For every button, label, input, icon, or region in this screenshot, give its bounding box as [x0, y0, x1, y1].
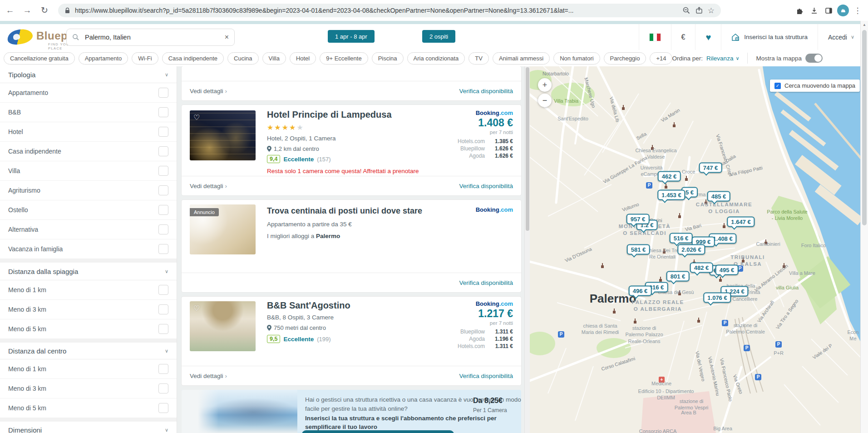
map-price-marker[interactable]: 462 €	[658, 171, 681, 182]
map-price-marker[interactable]: 747 €	[699, 163, 722, 173]
map-zoom-out-button[interactable]: −	[538, 94, 552, 107]
back-icon[interactable]: ←	[4, 4, 16, 17]
listing-card-bb-santagostino[interactable]: ♡ B&B Sant'Agostino B&B, 8 Ospiti, 3 Cam…	[182, 297, 521, 385]
login-button[interactable]: Accedi ∨	[828, 34, 854, 41]
favorite-icon[interactable]: ♡	[193, 113, 200, 122]
map-canvas[interactable]: P P P P P P P P + Notarbartolo Villa Tra…	[530, 66, 860, 433]
extensions-icon[interactable]	[794, 4, 805, 17]
hotel-name[interactable]: Hotel Principe di Lampedusa	[267, 109, 392, 120]
sort-dropdown[interactable]: Rilevanza ∨	[706, 55, 739, 62]
side-panel-icon[interactable]	[823, 4, 834, 17]
destination-search[interactable]: ×	[66, 29, 235, 46]
checkbox[interactable]	[158, 244, 168, 254]
reload-icon[interactable]: ↻	[38, 4, 51, 17]
filter-chip[interactable]: Non fumatori	[553, 52, 600, 65]
filter-row[interactable]: Meno di 3 km	[0, 379, 177, 398]
hotel-photo[interactable]: ♡	[190, 301, 256, 351]
section-header-distanza-spiaggia[interactable]: Distanza dalla spiaggia ∨	[0, 263, 177, 280]
checkbox[interactable]	[158, 383, 168, 393]
checkbox[interactable]	[158, 285, 168, 295]
listing-card-partial[interactable]: Vedi dettagli› Verifica disponibilità	[182, 66, 521, 100]
map-price-marker[interactable]: 1.647 €	[727, 217, 755, 227]
search-input[interactable]	[84, 33, 220, 41]
clear-search-icon[interactable]: ×	[225, 33, 229, 41]
section-header-tipologia[interactable]: Tipologia ∨	[0, 66, 177, 83]
checkbox[interactable]	[158, 146, 168, 156]
map-zoom-in-button[interactable]: +	[538, 78, 552, 92]
filter-chip[interactable]: 9+ Eccellente	[320, 52, 368, 65]
checkbox[interactable]	[158, 224, 168, 234]
filter-chip[interactable]: Animali ammessi	[493, 52, 550, 65]
filter-row[interactable]: Hotel	[0, 122, 177, 142]
host-promo-banner[interactable]: Hai o gestisci una struttura ricettiva o…	[182, 390, 521, 433]
filter-row[interactable]: Meno di 1 km	[0, 359, 177, 379]
checkbox[interactable]	[158, 88, 168, 98]
map-price-marker[interactable]: 496 €	[629, 286, 652, 296]
checkbox[interactable]	[158, 205, 168, 215]
download-icon[interactable]	[808, 4, 820, 17]
filter-chip[interactable]: Piscina	[372, 52, 404, 65]
checkbox-checked[interactable]: ✓	[774, 83, 781, 89]
checkbox[interactable]	[158, 166, 168, 176]
filter-chip[interactable]: Cucina	[227, 52, 258, 65]
ad-photo[interactable]: Annuncio	[190, 204, 256, 254]
filter-chip[interactable]: TV	[469, 52, 489, 65]
filter-chip[interactable]: Hotel	[290, 52, 316, 65]
map-price-marker[interactable]: 485 €	[707, 191, 730, 202]
browser-menu-icon[interactable]: ⋮	[852, 4, 863, 17]
checkbox[interactable]	[158, 127, 168, 137]
zoom-out-icon[interactable]	[682, 6, 690, 15]
filter-row[interactable]: Meno di 3 km	[0, 300, 177, 319]
ad-title[interactable]: Trova centinaia di posti unici dove star…	[267, 206, 422, 216]
availability-link[interactable]: Verifica disponibilità	[459, 373, 513, 379]
checkbox[interactable]	[158, 324, 168, 334]
checkbox[interactable]	[158, 364, 168, 374]
profile-avatar[interactable]	[837, 5, 849, 16]
map-price-marker[interactable]: 2.026 €	[677, 244, 705, 255]
filter-chip-more[interactable]: +14	[650, 52, 672, 65]
filter-row[interactable]: B&B	[0, 103, 177, 122]
filter-chip[interactable]: Cancellazione gratuita	[4, 52, 75, 65]
filter-chip[interactable]: Wi-Fi	[132, 52, 158, 65]
map-price-marker[interactable]: 581 €	[627, 244, 650, 255]
map-search-area-control[interactable]: ✓ Cerca muovendo la mappa	[770, 80, 860, 92]
map-toggle-switch[interactable]	[805, 54, 823, 63]
filter-chip[interactable]: Villa	[262, 52, 286, 65]
address-bar[interactable]: https://www.bluepillow.it/search?p_id=5a…	[58, 4, 721, 17]
dates-button[interactable]: 1 apr - 8 apr	[328, 30, 375, 43]
filter-row[interactable]: Meno di 5 km	[0, 398, 177, 418]
add-property-link[interactable]: Inserisci la tua struttura	[731, 33, 808, 41]
filter-row[interactable]: Alternativa	[0, 220, 177, 239]
section-header-dimensioni[interactable]: Dimensioni ∨	[0, 422, 177, 433]
favorite-icon[interactable]: ♡	[193, 304, 200, 313]
scroll-up-icon[interactable]: ▲	[861, 23, 868, 27]
map-price-marker[interactable]: 1.453 €	[657, 190, 685, 200]
share-icon[interactable]	[695, 6, 703, 15]
details-link[interactable]: Vedi dettagli›	[190, 183, 227, 189]
checkbox[interactable]	[158, 107, 168, 117]
language-flag-it[interactable]	[649, 33, 661, 41]
hotel-photo[interactable]: ♡	[190, 110, 256, 160]
filter-row[interactable]: Meno di 5 km	[0, 319, 177, 339]
filter-chip[interactable]: Casa indipendente	[162, 52, 224, 65]
filter-chip[interactable]: Aria condizionata	[407, 52, 465, 65]
list-scrollbar[interactable]	[524, 66, 530, 433]
filter-row[interactable]: Appartamento	[0, 83, 177, 103]
map-price-marker[interactable]: 495 €	[715, 265, 739, 275]
currency-selector[interactable]: €	[681, 33, 686, 41]
checkbox[interactable]	[158, 185, 168, 195]
filter-row[interactable]: Ostello	[0, 200, 177, 220]
map-price-marker[interactable]: 801 €	[666, 271, 690, 282]
filter-row[interactable]: Casa indipendente	[0, 142, 177, 161]
listing-card-hotel-principe[interactable]: ♡ Hotel Principe di Lampedusa ★★★★★ Hote…	[182, 105, 521, 195]
checkbox[interactable]	[158, 304, 168, 314]
map-price-marker[interactable]: 1.076 €	[703, 293, 731, 303]
map-price-marker[interactable]: 482 €	[690, 263, 713, 273]
map-price-marker[interactable]: 957 €	[626, 214, 650, 224]
page-scrollbar[interactable]: ▲	[860, 21, 868, 433]
list-scrollbar-thumb[interactable]	[526, 67, 529, 231]
page-scrollbar-thumb[interactable]	[862, 30, 867, 225]
availability-link[interactable]: Verifica disponibilità	[459, 88, 513, 95]
availability-link[interactable]: Verifica disponibilità	[459, 183, 513, 189]
map-price-marker[interactable]: 516 €	[670, 233, 693, 244]
